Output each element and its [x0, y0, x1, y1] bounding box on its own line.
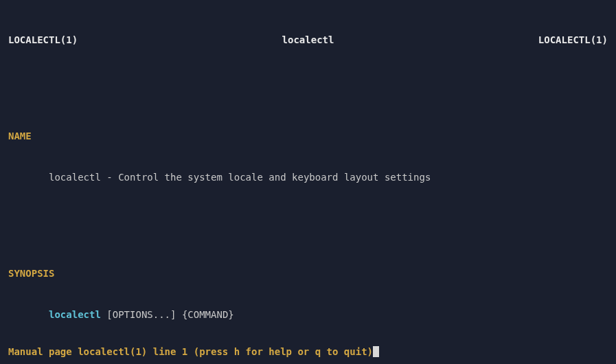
header-right: LOCALECTL(1)	[538, 33, 608, 47]
pager-status-line[interactable]: Manual page localectl(1) line 1 (press h…	[8, 345, 379, 359]
section-name-header: NAME	[8, 129, 608, 143]
man-header: LOCALECTL(1) localectl LOCALECTL(1)	[8, 33, 608, 47]
header-center: localectl	[282, 33, 334, 47]
synopsis-line: localectl [OPTIONS...] {COMMAND}	[8, 308, 608, 321]
cursor	[373, 346, 379, 357]
synopsis-cmd: localectl	[49, 309, 101, 320]
section-synopsis-header: SYNOPSIS	[8, 266, 608, 280]
name-text: localectl - Control the system locale an…	[8, 170, 608, 184]
header-left: LOCALECTL(1)	[8, 33, 78, 47]
man-page-viewer[interactable]: LOCALECTL(1) localectl LOCALECTL(1) NAME…	[0, 0, 616, 364]
